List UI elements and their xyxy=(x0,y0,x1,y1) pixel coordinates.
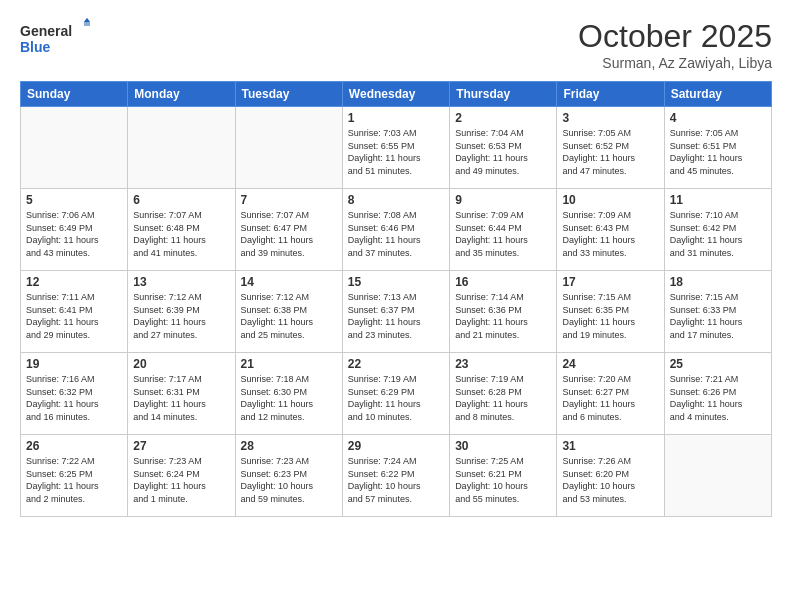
calendar-cell: 31Sunrise: 7:26 AM Sunset: 6:20 PM Dayli… xyxy=(557,435,664,517)
calendar-cell: 11Sunrise: 7:10 AM Sunset: 6:42 PM Dayli… xyxy=(664,189,771,271)
svg-text:Blue: Blue xyxy=(20,39,51,55)
day-number: 17 xyxy=(562,275,658,289)
day-info: Sunrise: 7:13 AM Sunset: 6:37 PM Dayligh… xyxy=(348,291,444,341)
day-number: 12 xyxy=(26,275,122,289)
logo: General Blue xyxy=(20,18,90,58)
calendar-cell: 25Sunrise: 7:21 AM Sunset: 6:26 PM Dayli… xyxy=(664,353,771,435)
weekday-header: Tuesday xyxy=(235,82,342,107)
day-info: Sunrise: 7:21 AM Sunset: 6:26 PM Dayligh… xyxy=(670,373,766,423)
day-number: 14 xyxy=(241,275,337,289)
calendar-cell: 15Sunrise: 7:13 AM Sunset: 6:37 PM Dayli… xyxy=(342,271,449,353)
day-number: 21 xyxy=(241,357,337,371)
day-number: 8 xyxy=(348,193,444,207)
calendar-cell: 7Sunrise: 7:07 AM Sunset: 6:47 PM Daylig… xyxy=(235,189,342,271)
calendar-cell xyxy=(664,435,771,517)
day-number: 7 xyxy=(241,193,337,207)
day-info: Sunrise: 7:07 AM Sunset: 6:48 PM Dayligh… xyxy=(133,209,229,259)
day-info: Sunrise: 7:03 AM Sunset: 6:55 PM Dayligh… xyxy=(348,127,444,177)
calendar-cell: 2Sunrise: 7:04 AM Sunset: 6:53 PM Daylig… xyxy=(450,107,557,189)
day-number: 5 xyxy=(26,193,122,207)
day-info: Sunrise: 7:19 AM Sunset: 6:29 PM Dayligh… xyxy=(348,373,444,423)
calendar-cell: 28Sunrise: 7:23 AM Sunset: 6:23 PM Dayli… xyxy=(235,435,342,517)
calendar-cell: 20Sunrise: 7:17 AM Sunset: 6:31 PM Dayli… xyxy=(128,353,235,435)
calendar-cell: 9Sunrise: 7:09 AM Sunset: 6:44 PM Daylig… xyxy=(450,189,557,271)
calendar-cell xyxy=(21,107,128,189)
day-info: Sunrise: 7:05 AM Sunset: 6:51 PM Dayligh… xyxy=(670,127,766,177)
day-info: Sunrise: 7:22 AM Sunset: 6:25 PM Dayligh… xyxy=(26,455,122,505)
weekday-header: Sunday xyxy=(21,82,128,107)
month-title: October 2025 xyxy=(578,18,772,55)
calendar-cell: 16Sunrise: 7:14 AM Sunset: 6:36 PM Dayli… xyxy=(450,271,557,353)
svg-marker-3 xyxy=(84,18,90,26)
day-number: 25 xyxy=(670,357,766,371)
calendar-cell: 4Sunrise: 7:05 AM Sunset: 6:51 PM Daylig… xyxy=(664,107,771,189)
day-info: Sunrise: 7:16 AM Sunset: 6:32 PM Dayligh… xyxy=(26,373,122,423)
day-info: Sunrise: 7:19 AM Sunset: 6:28 PM Dayligh… xyxy=(455,373,551,423)
calendar-cell: 14Sunrise: 7:12 AM Sunset: 6:38 PM Dayli… xyxy=(235,271,342,353)
day-number: 20 xyxy=(133,357,229,371)
day-info: Sunrise: 7:12 AM Sunset: 6:39 PM Dayligh… xyxy=(133,291,229,341)
calendar-cell: 1Sunrise: 7:03 AM Sunset: 6:55 PM Daylig… xyxy=(342,107,449,189)
day-number: 26 xyxy=(26,439,122,453)
calendar-cell: 21Sunrise: 7:18 AM Sunset: 6:30 PM Dayli… xyxy=(235,353,342,435)
day-info: Sunrise: 7:25 AM Sunset: 6:21 PM Dayligh… xyxy=(455,455,551,505)
logo-svg: General Blue xyxy=(20,18,90,58)
calendar-cell: 6Sunrise: 7:07 AM Sunset: 6:48 PM Daylig… xyxy=(128,189,235,271)
svg-text:General: General xyxy=(20,23,72,39)
calendar-cell: 12Sunrise: 7:11 AM Sunset: 6:41 PM Dayli… xyxy=(21,271,128,353)
weekday-header: Wednesday xyxy=(342,82,449,107)
day-number: 22 xyxy=(348,357,444,371)
day-info: Sunrise: 7:04 AM Sunset: 6:53 PM Dayligh… xyxy=(455,127,551,177)
calendar-cell: 17Sunrise: 7:15 AM Sunset: 6:35 PM Dayli… xyxy=(557,271,664,353)
day-info: Sunrise: 7:17 AM Sunset: 6:31 PM Dayligh… xyxy=(133,373,229,423)
day-number: 29 xyxy=(348,439,444,453)
day-number: 2 xyxy=(455,111,551,125)
day-number: 18 xyxy=(670,275,766,289)
day-number: 19 xyxy=(26,357,122,371)
day-info: Sunrise: 7:06 AM Sunset: 6:49 PM Dayligh… xyxy=(26,209,122,259)
calendar-cell: 13Sunrise: 7:12 AM Sunset: 6:39 PM Dayli… xyxy=(128,271,235,353)
weekday-header: Monday xyxy=(128,82,235,107)
weekday-header: Saturday xyxy=(664,82,771,107)
day-number: 24 xyxy=(562,357,658,371)
day-info: Sunrise: 7:15 AM Sunset: 6:35 PM Dayligh… xyxy=(562,291,658,341)
calendar-cell: 23Sunrise: 7:19 AM Sunset: 6:28 PM Dayli… xyxy=(450,353,557,435)
day-number: 3 xyxy=(562,111,658,125)
day-info: Sunrise: 7:24 AM Sunset: 6:22 PM Dayligh… xyxy=(348,455,444,505)
day-number: 27 xyxy=(133,439,229,453)
calendar-cell xyxy=(128,107,235,189)
day-number: 11 xyxy=(670,193,766,207)
day-number: 30 xyxy=(455,439,551,453)
calendar-cell: 26Sunrise: 7:22 AM Sunset: 6:25 PM Dayli… xyxy=(21,435,128,517)
calendar-cell: 8Sunrise: 7:08 AM Sunset: 6:46 PM Daylig… xyxy=(342,189,449,271)
day-info: Sunrise: 7:12 AM Sunset: 6:38 PM Dayligh… xyxy=(241,291,337,341)
weekday-header: Thursday xyxy=(450,82,557,107)
day-number: 9 xyxy=(455,193,551,207)
day-info: Sunrise: 7:09 AM Sunset: 6:43 PM Dayligh… xyxy=(562,209,658,259)
calendar: SundayMondayTuesdayWednesdayThursdayFrid… xyxy=(20,81,772,517)
calendar-cell: 10Sunrise: 7:09 AM Sunset: 6:43 PM Dayli… xyxy=(557,189,664,271)
day-number: 1 xyxy=(348,111,444,125)
day-number: 28 xyxy=(241,439,337,453)
calendar-cell: 29Sunrise: 7:24 AM Sunset: 6:22 PM Dayli… xyxy=(342,435,449,517)
day-info: Sunrise: 7:18 AM Sunset: 6:30 PM Dayligh… xyxy=(241,373,337,423)
header: General Blue October 2025 Surman, Az Zaw… xyxy=(20,18,772,71)
weekday-header: Friday xyxy=(557,82,664,107)
day-info: Sunrise: 7:26 AM Sunset: 6:20 PM Dayligh… xyxy=(562,455,658,505)
calendar-cell xyxy=(235,107,342,189)
calendar-cell: 27Sunrise: 7:23 AM Sunset: 6:24 PM Dayli… xyxy=(128,435,235,517)
day-info: Sunrise: 7:14 AM Sunset: 6:36 PM Dayligh… xyxy=(455,291,551,341)
day-number: 4 xyxy=(670,111,766,125)
day-info: Sunrise: 7:11 AM Sunset: 6:41 PM Dayligh… xyxy=(26,291,122,341)
calendar-cell: 24Sunrise: 7:20 AM Sunset: 6:27 PM Dayli… xyxy=(557,353,664,435)
day-info: Sunrise: 7:20 AM Sunset: 6:27 PM Dayligh… xyxy=(562,373,658,423)
day-number: 13 xyxy=(133,275,229,289)
calendar-cell: 3Sunrise: 7:05 AM Sunset: 6:52 PM Daylig… xyxy=(557,107,664,189)
day-info: Sunrise: 7:23 AM Sunset: 6:23 PM Dayligh… xyxy=(241,455,337,505)
subtitle: Surman, Az Zawiyah, Libya xyxy=(578,55,772,71)
day-number: 15 xyxy=(348,275,444,289)
calendar-cell: 22Sunrise: 7:19 AM Sunset: 6:29 PM Dayli… xyxy=(342,353,449,435)
calendar-cell: 5Sunrise: 7:06 AM Sunset: 6:49 PM Daylig… xyxy=(21,189,128,271)
day-number: 23 xyxy=(455,357,551,371)
calendar-cell: 30Sunrise: 7:25 AM Sunset: 6:21 PM Dayli… xyxy=(450,435,557,517)
